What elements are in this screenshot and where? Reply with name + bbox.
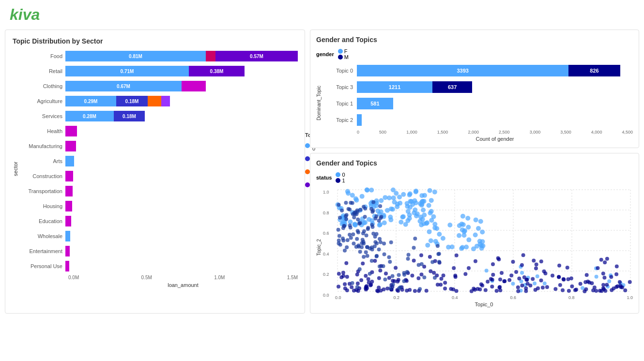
svg-point-410 xyxy=(433,276,437,280)
svg-point-453 xyxy=(371,225,375,229)
svg-point-332 xyxy=(573,288,577,292)
right-panel: Gender and Topics gender FM Dominant_Top… xyxy=(310,30,639,314)
svg-point-286 xyxy=(536,286,540,290)
svg-point-46 xyxy=(360,194,365,199)
svg-point-435 xyxy=(406,257,410,261)
svg-point-247 xyxy=(557,264,561,268)
svg-point-379 xyxy=(361,262,365,266)
svg-point-215 xyxy=(428,255,432,259)
svg-point-236 xyxy=(491,262,495,266)
svg-point-420 xyxy=(412,246,416,250)
svg-point-161 xyxy=(460,245,465,250)
legend-dot xyxy=(305,169,310,174)
hbar-container: 1211637 xyxy=(357,81,472,93)
svg-point-364 xyxy=(498,288,502,292)
gender-legend-dot xyxy=(338,49,343,54)
bar-label: Wholesale xyxy=(19,233,65,239)
bar-segment xyxy=(65,261,69,271)
svg-point-391 xyxy=(442,273,445,277)
svg-point-239 xyxy=(605,283,609,286)
svg-point-216 xyxy=(618,280,622,284)
bar-label: Retail xyxy=(19,68,65,74)
svg-point-383 xyxy=(602,287,606,291)
bar-container: 0.81M0.57M xyxy=(65,51,298,61)
svg-point-331 xyxy=(453,273,457,277)
svg-point-500 xyxy=(362,205,366,209)
svg-point-301 xyxy=(558,283,562,287)
svg-point-84 xyxy=(408,191,413,196)
svg-point-367 xyxy=(396,280,399,284)
svg-point-333 xyxy=(584,287,588,291)
bar-container xyxy=(65,216,298,226)
svg-point-434 xyxy=(364,250,368,254)
svg-point-278 xyxy=(377,276,381,280)
svg-point-382 xyxy=(344,261,348,265)
top-right-legend-label: gender xyxy=(316,51,334,57)
svg-point-317 xyxy=(562,278,566,282)
bar-label: Food xyxy=(19,53,65,59)
svg-point-88 xyxy=(414,189,418,194)
svg-point-79 xyxy=(388,214,393,219)
legend-dot xyxy=(305,156,310,161)
svg-point-222 xyxy=(484,288,488,292)
top-right-y-label: Dominant_Topic xyxy=(316,86,322,120)
svg-point-518 xyxy=(378,204,382,208)
svg-point-154 xyxy=(476,226,481,231)
svg-point-368 xyxy=(478,287,482,291)
left-y-axis-label: sector xyxy=(13,162,18,176)
hbar-label: Topic 3 xyxy=(323,84,357,90)
top-right-x-title: Count of gender xyxy=(357,136,633,142)
scatter-svg xyxy=(335,187,633,294)
hbar-row: Topic 1581 xyxy=(323,97,633,110)
bar-segment: 0.71M xyxy=(65,66,189,76)
legend-dot xyxy=(305,143,310,148)
bar-label: Entertainment xyxy=(19,248,65,254)
svg-point-28 xyxy=(387,196,392,200)
svg-point-365 xyxy=(375,289,379,293)
bar-container xyxy=(65,261,298,271)
svg-point-517 xyxy=(349,226,353,229)
svg-point-482 xyxy=(345,245,349,249)
svg-point-241 xyxy=(394,266,398,270)
svg-point-424 xyxy=(383,277,387,281)
hbar-row: Topic 2 xyxy=(323,113,633,127)
gender-legend-item: F xyxy=(338,48,349,54)
y-tick-08: 0.8 xyxy=(323,211,335,215)
svg-point-510 xyxy=(343,249,347,253)
bar-container xyxy=(65,231,298,241)
bar-label: Arts xyxy=(19,158,65,164)
svg-point-289 xyxy=(343,282,347,286)
svg-point-276 xyxy=(509,273,513,277)
svg-point-355 xyxy=(532,259,536,263)
svg-point-323 xyxy=(596,266,600,270)
svg-point-260 xyxy=(378,269,382,272)
svg-point-294 xyxy=(623,288,627,292)
svg-point-213 xyxy=(605,257,609,261)
svg-point-224 xyxy=(419,253,423,257)
svg-point-269 xyxy=(473,288,477,292)
hbar-label: Topic 0 xyxy=(323,68,357,74)
svg-point-101 xyxy=(409,199,414,204)
bar-container: 0.67M xyxy=(65,81,298,91)
svg-point-483 xyxy=(356,229,360,233)
left-chart-title: Topic Distribution by Sector xyxy=(13,37,297,45)
svg-point-153 xyxy=(446,245,451,250)
svg-point-281 xyxy=(491,273,495,277)
svg-point-106 xyxy=(427,203,431,208)
hbar-label: Topic 1 xyxy=(323,101,357,106)
svg-point-436 xyxy=(382,241,386,245)
svg-point-230 xyxy=(405,288,409,292)
svg-point-191 xyxy=(485,269,489,272)
svg-point-394 xyxy=(362,255,366,259)
bar-segment: 0.29M xyxy=(65,96,116,106)
svg-point-504 xyxy=(344,214,348,218)
bar-container: 0.28M0.18M xyxy=(65,111,298,121)
svg-point-432 xyxy=(382,264,385,268)
svg-point-376 xyxy=(379,288,383,292)
svg-point-516 xyxy=(352,241,355,245)
svg-point-358 xyxy=(531,277,535,281)
svg-point-421 xyxy=(405,270,409,274)
svg-point-261 xyxy=(514,270,518,274)
bar-label: Agriculture xyxy=(19,98,65,104)
bar-segment xyxy=(148,96,161,106)
